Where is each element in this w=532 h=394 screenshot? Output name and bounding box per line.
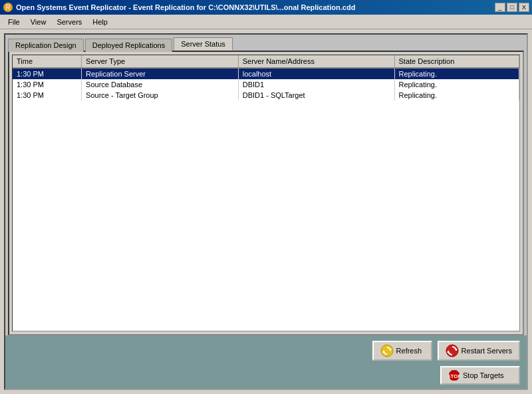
stop-targets-button[interactable]: STOP Stop Targets (440, 366, 520, 385)
cell-time: 1:30 PM (13, 79, 82, 90)
menu-view[interactable]: View (25, 17, 52, 27)
col-header-state-description: State Description (394, 55, 519, 68)
svg-text:STOP: STOP (448, 373, 460, 379)
col-header-server-name: Server Name/Address (238, 55, 394, 68)
cell-stateDescription: Replicating. (394, 90, 519, 100)
table-row: 1:30 PMSource DatabaseDBID1Replicating. (13, 79, 519, 90)
server-status-table-wrapper: Time Server Type Server Name/Address Sta… (12, 55, 520, 331)
cell-serverName: localhost (238, 68, 394, 79)
menu-servers[interactable]: Servers (51, 17, 87, 27)
title-bar-controls: _ □ X (495, 3, 529, 12)
server-status-table: Time Server Type Server Name/Address Sta… (13, 55, 519, 100)
bottom-row-1: Refresh Restart Servers (12, 341, 520, 361)
cell-serverType: Source - Target Group (82, 90, 239, 100)
menu-bar: File View Servers Help (0, 15, 532, 29)
stop-targets-label: Stop Targets (463, 371, 504, 379)
restart-icon (446, 344, 459, 357)
restart-servers-label: Restart Servers (462, 347, 512, 355)
refresh-label: Refresh (396, 347, 422, 355)
svg-point-2 (381, 345, 393, 357)
col-header-server-type: Server Type (82, 55, 239, 68)
title-bar-text: Open Systems Event Replicator - Event Re… (16, 3, 492, 11)
cell-serverName: DBID1 - SQLTarget (238, 90, 394, 100)
cell-stateDescription: Replicating. (394, 68, 519, 79)
col-header-time: Time (13, 55, 82, 68)
app-icon: R (3, 2, 13, 13)
table-row: 1:30 PMSource - Target GroupDBID1 - SQLT… (13, 90, 519, 100)
cell-time: 1:30 PM (13, 68, 82, 79)
main-window: Replication Design Deployed Replications… (4, 33, 528, 390)
refresh-button[interactable]: Refresh (372, 341, 432, 361)
refresh-icon (380, 344, 394, 357)
menu-file[interactable]: File (3, 17, 25, 27)
tab-bar: Replication Design Deployed Replications… (5, 35, 527, 51)
cell-serverType: Replication Server (82, 68, 239, 79)
bottom-panel: Refresh Restart Servers STOP Stop (5, 335, 527, 389)
cell-stateDescription: Replicating. (394, 79, 519, 90)
restart-servers-button[interactable]: Restart Servers (438, 341, 520, 361)
tab-deployed-replications[interactable]: Deployed Replications (85, 39, 172, 52)
tab-server-status[interactable]: Server Status (174, 37, 233, 51)
cell-serverName: DBID1 (238, 79, 394, 90)
menu-help[interactable]: Help (87, 17, 113, 27)
stop-icon: STOP (448, 369, 460, 381)
tab-content-server-status: Time Server Type Server Name/Address Sta… (8, 51, 524, 335)
cell-serverType: Source Database (82, 79, 239, 90)
bottom-row-2: STOP Stop Targets (12, 366, 520, 385)
maximize-button[interactable]: □ (507, 3, 517, 12)
close-button[interactable]: X (519, 3, 529, 12)
table-header-row: Time Server Type Server Name/Address Sta… (13, 55, 519, 68)
tab-replication-design[interactable]: Replication Design (8, 39, 84, 52)
cell-time: 1:30 PM (13, 90, 82, 100)
table-row: 1:30 PMReplication ServerlocalhostReplic… (13, 68, 519, 79)
minimize-button[interactable]: _ (495, 3, 505, 12)
title-bar: R Open Systems Event Replicator - Event … (0, 0, 532, 15)
svg-text:R: R (5, 4, 10, 11)
